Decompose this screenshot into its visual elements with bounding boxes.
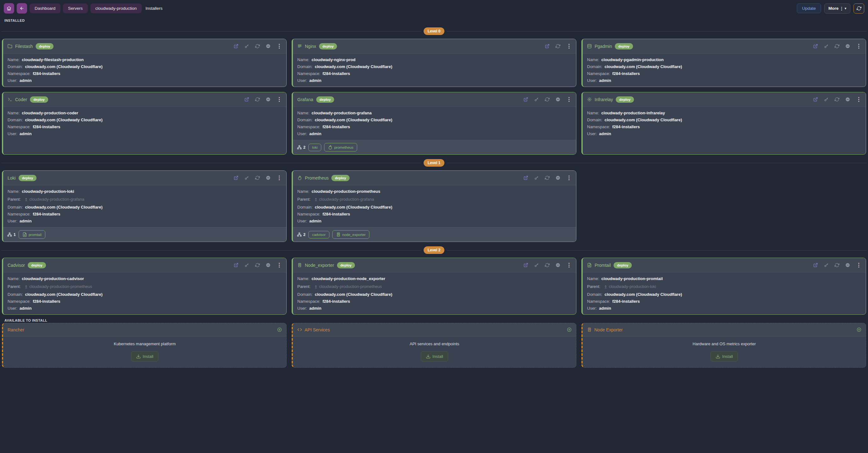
field-value: cloudwady-production-prometheus — [311, 189, 380, 194]
breadcrumb-servers[interactable]: Servers — [63, 3, 88, 13]
home-button[interactable] — [4, 3, 14, 13]
external-link-button[interactable] — [523, 176, 528, 180]
field-row: Parent:cloudwady-production-prometheus — [7, 284, 282, 289]
level-divider: Level 2 — [1, 246, 867, 254]
external-link-button[interactable] — [545, 44, 550, 49]
key-icon — [824, 97, 829, 102]
refresh-button[interactable] — [255, 176, 260, 180]
ban-button[interactable] — [266, 263, 271, 268]
field-row: Namespace:f284-installers — [297, 212, 571, 216]
available-card-title: Rancher — [7, 327, 24, 332]
key-button[interactable] — [244, 44, 249, 49]
card-body: Name:cloudwady-production-infrarelayDoma… — [583, 107, 866, 154]
kebab-menu-button[interactable]: ⋮ — [277, 43, 282, 49]
refresh-button[interactable] — [854, 3, 864, 13]
plus-circle-button[interactable] — [567, 327, 571, 332]
kebab-menu-button[interactable]: ⋮ — [277, 263, 282, 268]
ban-button[interactable] — [845, 44, 850, 49]
kebab-menu-button[interactable]: ⋮ — [566, 43, 571, 49]
ban-button[interactable] — [845, 263, 850, 268]
kebab-menu-button[interactable]: ⋮ — [856, 43, 861, 49]
key-button[interactable] — [244, 263, 249, 268]
more-button[interactable]: More ⋮ ▾ — [824, 3, 850, 13]
key-button[interactable] — [244, 176, 249, 180]
card-body: Name:cloudwady-filestash-productionDomai… — [3, 54, 286, 87]
key-button[interactable] — [534, 176, 539, 180]
key-icon — [244, 263, 249, 268]
card-title: Cadvisor — [7, 263, 25, 268]
field-row: Domain:cloudwady.com (Cloudwady Cloudfla… — [7, 205, 282, 210]
key-button[interactable] — [534, 263, 539, 268]
key-button[interactable] — [824, 97, 829, 102]
child-chip-node_exporter[interactable]: node_exporter — [332, 230, 369, 239]
external-link-button[interactable] — [813, 263, 818, 268]
external-link-button[interactable] — [523, 97, 528, 102]
child-chip-promtail[interactable]: promtail — [19, 230, 45, 239]
child-chip-loki[interactable]: loki — [308, 144, 321, 151]
external-link-button[interactable] — [234, 263, 239, 268]
ban-button[interactable] — [266, 44, 271, 49]
card-header: Grafanadeploy⋮ — [293, 92, 576, 107]
external-link-button[interactable] — [813, 44, 818, 49]
field-label: Domain: — [7, 64, 23, 69]
ban-button[interactable] — [556, 263, 560, 268]
card-header: Lokideploy⋮ — [3, 171, 286, 185]
key-button[interactable] — [824, 44, 829, 49]
arrow-up-from-line-icon — [24, 198, 28, 201]
update-button[interactable]: Update — [797, 3, 822, 13]
install-button[interactable]: Install — [131, 351, 158, 362]
plus-circle-button[interactable] — [277, 327, 282, 332]
key-button[interactable] — [534, 97, 539, 102]
refresh-button[interactable] — [835, 263, 839, 268]
refresh-button[interactable] — [835, 44, 839, 49]
kebab-menu-button[interactable]: ⋮ — [566, 97, 571, 102]
install-button[interactable]: Install — [421, 351, 448, 362]
field-row: Name:cloudwady-nginx-prod — [297, 57, 571, 62]
kebab-menu-button[interactable]: ⋮ — [277, 175, 282, 181]
child-chip-prometheus[interactable]: prometheus — [324, 143, 357, 152]
ban-button[interactable] — [266, 176, 271, 180]
field-label: Parent: — [587, 284, 600, 289]
card-body: Name:cloudwady-production-cadvisorParent… — [3, 272, 286, 314]
kebab-menu-button[interactable]: ⋮ — [856, 97, 861, 102]
kebab-menu-button[interactable]: ⋮ — [566, 263, 571, 268]
card-actions: ⋮ — [234, 43, 282, 49]
ban-button[interactable] — [845, 97, 850, 102]
ban-icon — [556, 263, 560, 268]
breadcrumb-server-name[interactable]: cloudwady-production — [90, 3, 142, 13]
installed-card-node_exporter: Node_exporterdeploy⋮Name:cloudwady-produ… — [292, 258, 576, 315]
plus-circle-button[interactable] — [857, 327, 861, 332]
refresh-button[interactable] — [556, 44, 560, 49]
refresh-button[interactable] — [835, 97, 839, 102]
ban-button[interactable] — [556, 97, 560, 102]
kebab-menu-button[interactable]: ⋮ — [277, 97, 282, 102]
external-link-button[interactable] — [234, 176, 239, 180]
back-button[interactable] — [17, 3, 27, 13]
field-row: Domain:cloudwady.com (Cloudwady Cloudfla… — [297, 292, 571, 297]
ban-button[interactable] — [556, 176, 560, 180]
field-label: User: — [7, 78, 17, 83]
memory-icon — [336, 232, 341, 237]
external-link-button[interactable] — [523, 263, 528, 268]
refresh-button[interactable] — [255, 263, 260, 268]
child-chip-cadvisor[interactable]: cadvisor — [308, 231, 330, 239]
install-button[interactable]: Install — [711, 351, 738, 362]
ban-button[interactable] — [266, 97, 271, 102]
key-button[interactable] — [824, 263, 829, 268]
breadcrumb-dashboard[interactable]: Dashboard — [30, 3, 60, 13]
refresh-button[interactable] — [545, 97, 550, 102]
external-link-button[interactable] — [234, 44, 239, 49]
external-link-button[interactable] — [813, 97, 818, 102]
field-value: cloudwady-production-loki — [22, 189, 74, 194]
field-label: Namespace: — [297, 71, 320, 76]
refresh-button[interactable] — [255, 44, 260, 49]
refresh-button[interactable] — [545, 176, 550, 180]
refresh-button[interactable] — [255, 97, 260, 102]
external-link-button[interactable] — [244, 97, 249, 102]
kebab-menu-button[interactable]: ⋮ — [856, 263, 861, 268]
installed-card-loki: Lokideploy⋮Name:cloudwady-production-lok… — [2, 171, 287, 242]
field-value: cloudwady-production-infrarelay — [601, 111, 665, 115]
kebab-menu-button[interactable]: ⋮ — [566, 175, 571, 181]
deploy-badge: deploy — [316, 96, 334, 103]
refresh-button[interactable] — [545, 263, 550, 268]
